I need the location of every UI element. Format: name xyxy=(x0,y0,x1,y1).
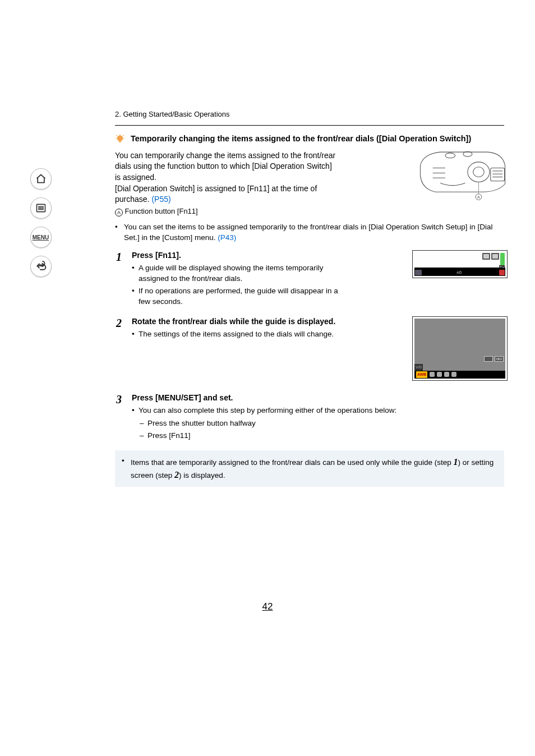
step-1-bullet-2: If no operations are performed, the guid… xyxy=(132,286,339,307)
link-p55[interactable]: (P55) xyxy=(151,195,170,204)
menu-icon-button[interactable]: MENU xyxy=(30,227,52,248)
svg-point-12 xyxy=(445,153,455,158)
info-note-box: • Items that are temporarily assigned to… xyxy=(115,450,504,487)
callout-a: A Function button [Fn11] xyxy=(115,206,339,216)
svg-point-4 xyxy=(117,135,123,141)
sidebar-nav: MENU xyxy=(0,0,81,756)
camera-illustration: A xyxy=(418,148,508,206)
step-1: 1 Press [Fn11]. A guide will be displaye… xyxy=(115,250,504,307)
step-3: 3 Press [MENU/SET] and set. You can also… xyxy=(115,393,504,441)
tip-icon xyxy=(115,134,125,144)
section-header: Temporarily changing the items assigned … xyxy=(115,133,504,145)
step-3-sub-1: Press the shutter button halfway xyxy=(140,418,504,429)
page-content: 2. Getting Started/Basic Operations Temp… xyxy=(81,0,535,487)
lcd-setting-illustration: ISO WB AWB xyxy=(412,316,508,381)
svg-rect-8 xyxy=(491,168,505,181)
section-title: Temporarily changing the items assigned … xyxy=(131,133,471,145)
link-p43[interactable]: (P43) xyxy=(218,233,236,242)
home-icon-button[interactable] xyxy=(30,168,52,190)
intro-paragraph-1: You can temporarily change the items ass… xyxy=(115,150,339,183)
toc-icon-button[interactable] xyxy=(30,197,52,219)
back-arrow-icon xyxy=(35,261,47,272)
svg-rect-5 xyxy=(119,141,121,142)
list-icon xyxy=(35,202,47,214)
step-number-2: 2 xyxy=(116,315,122,331)
callout-marker-a: A xyxy=(115,209,123,216)
breadcrumb: 2. Getting Started/Basic Operations xyxy=(115,109,504,119)
back-icon-button[interactable] xyxy=(30,256,52,277)
svg-point-6 xyxy=(468,162,490,182)
step-number-3: 3 xyxy=(116,391,122,407)
step-2-title: Rotate the front/rear dials while the gu… xyxy=(132,316,339,328)
home-icon xyxy=(35,173,47,185)
step-2-bullet-1: The settings of the items assigned to th… xyxy=(132,329,339,340)
svg-text:A: A xyxy=(477,195,480,200)
step-3-title: Press [MENU/SET] and set. xyxy=(132,393,504,404)
step-number-1: 1 xyxy=(116,249,122,265)
step-3-sub-2: Press [Fn11] xyxy=(140,431,504,441)
step-3-bullet-1: You can also complete this step by perfo… xyxy=(132,405,504,416)
svg-point-7 xyxy=(473,167,485,177)
note-dial-setup: • You can set the items to be assigned t… xyxy=(115,222,504,243)
step-2: 2 Rotate the front/rear dials while the … xyxy=(115,316,504,384)
lcd-guide-illustration: Fn ±0 xyxy=(412,250,508,278)
page-number[interactable]: 42 xyxy=(262,601,273,612)
intro-paragraph-2: [Dial Operation Switch] is assigned to [… xyxy=(115,183,339,205)
step-1-bullet-1: A guide will be displayed showing the it… xyxy=(132,263,339,284)
divider xyxy=(115,125,504,126)
